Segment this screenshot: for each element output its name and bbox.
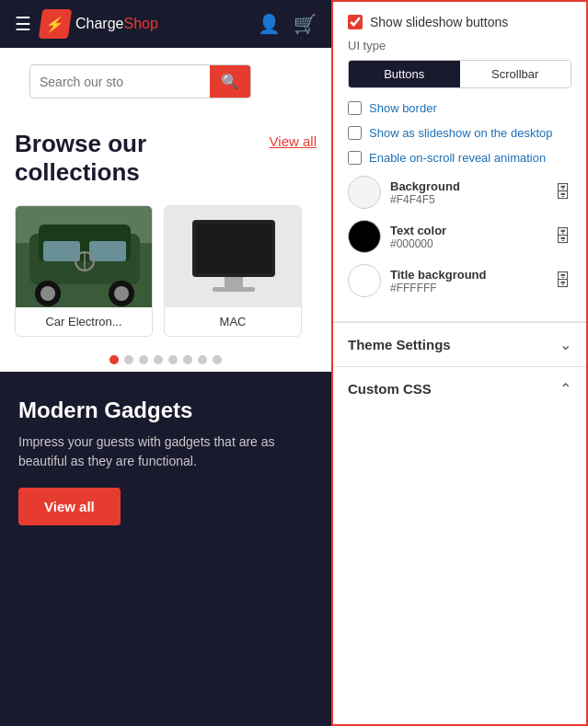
ui-type-label: UI type [348, 39, 571, 52]
logo-charge: ChargeShop [75, 16, 158, 32]
banner-section: Modern Gadgets Impress your guests with … [0, 372, 331, 726]
search-button[interactable]: 🔍 [210, 65, 250, 98]
svg-rect-8 [43, 241, 80, 261]
custom-css-accordion[interactable]: Custom CSS ⌃ [333, 366, 586, 410]
browse-line2: collections [15, 158, 146, 187]
show-slideshow-desktop-label: Show as slideshow on the desktop [369, 126, 552, 140]
banner-view-all-button[interactable]: View all [18, 488, 121, 525]
slideshow-dots [0, 348, 331, 372]
banner-description: Impress your guests with gadgets that ar… [18, 432, 313, 471]
left-panel: ☰ ⚡ ChargeShop 👤 🛒 🔍 Browse our collecti… [0, 0, 331, 726]
dot-2[interactable] [124, 355, 133, 364]
text-color-info: Text color #000000 [390, 224, 546, 250]
browse-view-all-link[interactable]: View all [270, 133, 317, 149]
tab-scrollbar[interactable]: Scrollbar [460, 61, 571, 87]
logo-charge-text: Charge [75, 16, 123, 31]
enable-animation-label: Enable on-scroll reveal animation [369, 151, 546, 165]
text-color-row: Text color #000000 🗄 [348, 220, 571, 253]
dot-7[interactable] [198, 355, 207, 364]
svg-rect-9 [89, 241, 126, 261]
svg-rect-14 [196, 224, 271, 273]
svg-rect-15 [225, 277, 243, 288]
search-bar: 🔍 [29, 64, 251, 98]
product-label-car: Car Electron... [16, 307, 152, 336]
cart-icon[interactable]: 🛒 [294, 13, 317, 35]
text-color-swatch[interactable] [348, 220, 381, 253]
background-color-icon[interactable]: 🗄 [555, 183, 571, 202]
product-image-mac [165, 206, 302, 307]
show-slideshow-desktop-row: Show as slideshow on the desktop [348, 126, 571, 140]
logo: ⚡ ChargeShop [40, 9, 158, 39]
custom-css-label: Custom CSS [348, 381, 432, 397]
background-color-info: Background #F4F4F5 [390, 179, 546, 206]
logo-shop-text: Shop [123, 16, 157, 31]
product-grid: Car Electron... MAC [0, 194, 331, 348]
dot-5[interactable] [168, 355, 178, 364]
dot-8[interactable] [213, 355, 222, 364]
browse-line1: Browse our [15, 130, 146, 158]
browse-title: Browse our collections [15, 130, 146, 187]
dot-6[interactable] [183, 355, 192, 364]
svg-point-5 [40, 286, 55, 301]
text-color-icon[interactable]: 🗄 [555, 227, 571, 247]
browse-header: Browse our collections View all [15, 130, 317, 187]
show-slideshow-label: Show slideshow buttons [370, 15, 508, 29]
tab-buttons[interactable]: Buttons [349, 61, 460, 87]
background-color-hex: #F4F4F5 [390, 193, 546, 206]
enable-animation-checkbox[interactable] [348, 151, 362, 165]
user-icon[interactable]: 👤 [258, 13, 281, 35]
search-input[interactable] [30, 67, 210, 97]
show-slideshow-desktop-checkbox[interactable] [348, 126, 362, 140]
ui-type-tabs: Buttons Scrollbar [348, 60, 571, 88]
product-card-car[interactable]: Car Electron... [15, 205, 153, 337]
dot-4[interactable] [154, 355, 163, 364]
show-border-checkbox[interactable] [348, 101, 362, 115]
background-color-row: Background #F4F4F5 🗄 [348, 176, 571, 209]
header-icons: 👤 🛒 [258, 13, 317, 35]
title-bg-color-icon[interactable]: 🗄 [555, 271, 571, 291]
text-color-hex: #000000 [390, 237, 546, 250]
theme-settings-chevron-icon: ⌄ [559, 336, 571, 353]
title-bg-color-name: Title background [390, 268, 546, 282]
dot-3[interactable] [139, 355, 148, 364]
browse-section: Browse our collections View all [0, 115, 331, 194]
title-bg-color-info: Title background #FFFFFF [390, 268, 546, 294]
show-slideshow-checkbox[interactable] [348, 15, 363, 29]
show-border-label: Show border [369, 101, 437, 115]
logo-icon: ⚡ [39, 9, 72, 39]
right-panel: Show slideshow buttons UI type Buttons S… [331, 0, 588, 726]
text-color-name: Text color [390, 224, 546, 237]
product-card-mac[interactable]: MAC [164, 205, 302, 337]
title-bg-color-swatch[interactable] [348, 264, 381, 297]
background-color-swatch[interactable] [348, 176, 381, 209]
dot-1[interactable] [110, 355, 119, 364]
title-bg-color-row: Title background #FFFFFF 🗄 [348, 264, 571, 297]
banner-title: Modern Gadgets [18, 398, 313, 423]
product-label-mac: MAC [165, 307, 301, 336]
title-bg-color-hex: #FFFFFF [390, 282, 546, 294]
search-row: 🔍 [0, 48, 331, 115]
theme-settings-label: Theme Settings [348, 337, 451, 352]
svg-point-7 [114, 286, 129, 301]
hamburger-icon[interactable]: ☰ [15, 13, 31, 35]
show-border-row: Show border [348, 101, 571, 115]
enable-animation-row: Enable on-scroll reveal animation [348, 151, 571, 165]
svg-rect-16 [213, 287, 255, 292]
top-bar: ☰ ⚡ ChargeShop 👤 🛒 [0, 0, 331, 48]
background-color-name: Background [390, 179, 546, 193]
product-image-car [16, 206, 153, 307]
theme-settings-accordion[interactable]: Theme Settings ⌄ [333, 322, 586, 366]
show-slideshow-row: Show slideshow buttons [348, 15, 571, 29]
custom-css-chevron-icon: ⌃ [559, 380, 571, 398]
settings-section: Show slideshow buttons UI type Buttons S… [333, 2, 586, 322]
